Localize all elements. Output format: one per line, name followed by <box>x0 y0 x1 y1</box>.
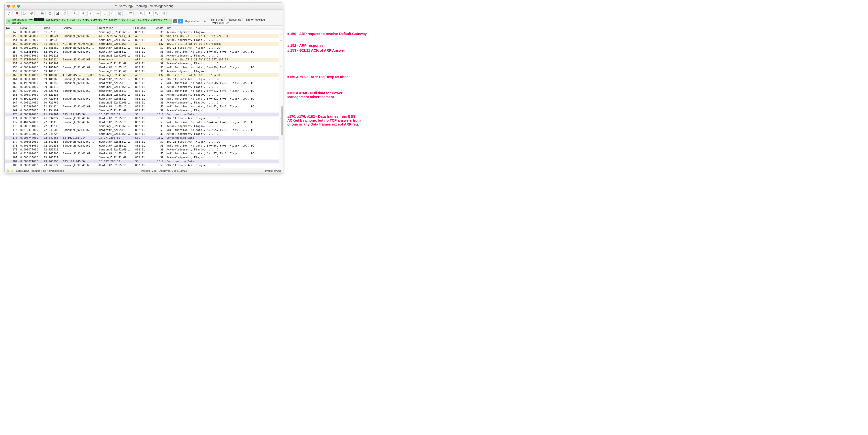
packet-row[interactable]: 1700.00056200071.934761193.192.245.5410.… <box>5 113 283 116</box>
clear-filter-button[interactable]: ✕ <box>173 19 177 23</box>
svg-text:1: 1 <box>156 12 156 14</box>
zoom-out-button[interactable] <box>146 10 152 16</box>
packet-row[interactable]: 1820.00007400073.265595193.192.245.5410.… <box>5 160 283 164</box>
packet-row[interactable]: 1600.00037100069.181889All-HSRP-routers_… <box>5 74 283 77</box>
packet-row[interactable]: 1640.63994200070.321761SamsungE_92:41:69… <box>5 89 283 93</box>
wireshark-window: Samsung2-Roaming-Fail-NoMgt.pcapng <box>4 2 283 173</box>
packet-row[interactable]: 1567.17960600069.180824SamsungE_92:41:69… <box>5 58 283 62</box>
packet-row[interactable]: 1760.00074400072.54946882.197.168.21410.… <box>5 136 283 140</box>
packet-row[interactable]: 1830.00007700073.265672SamsungE_92:41:69… <box>5 164 283 167</box>
save-button[interactable] <box>47 10 53 16</box>
expression-button[interactable]: Expression… <box>185 20 201 23</box>
autoscroll-button[interactable] <box>117 10 123 16</box>
main-toolbar: 1 <box>5 9 283 17</box>
packet-row[interactable]: 1650.00007500070.321836SamsungE_92:41:69… <box>5 93 283 97</box>
status-file: Samsung2-Roaming-Fail-NoMgt.pcapng <box>16 169 64 172</box>
quick-filter-s1noprobereq[interactable]: S1NoProbeReq <box>246 18 265 21</box>
svg-rect-0 <box>16 12 18 14</box>
column-length[interactable]: Length <box>151 26 165 30</box>
scroll-indicator[interactable] <box>279 30 283 168</box>
capture-stop-button[interactable] <box>14 10 20 16</box>
reload-button[interactable] <box>62 10 67 16</box>
packet-row[interactable]: 1580.00054400069.181445SamsungE_92:41:69… <box>5 65 283 69</box>
packet-row[interactable]: 1730.00011400072.336233SamsungE_92:41:69… <box>5 124 283 128</box>
column-delta[interactable]: Delta <box>19 26 42 30</box>
packet-list[interactable]: 1490.00007700061.279016SamsungE_92:41:69… <box>5 30 283 168</box>
annotation: # 153 - 802.11 ACK of ARP Answer <box>287 49 345 52</box>
column-protocol[interactable]: Protocol <box>134 26 151 30</box>
packet-row[interactable]: 1690.00007500071.934199SamsungE_92:41:69… <box>5 109 283 113</box>
quick-filter-samsung1[interactable]: Samsung1 <box>211 18 223 21</box>
packet-row[interactable]: 1490.00007700061.279016SamsungE_92:41:69… <box>5 30 283 34</box>
packet-row[interactable]: 1740.21237600072.548609SamsungE_92:41:69… <box>5 128 283 132</box>
packet-row[interactable]: 1710.00011600071.934877SamsungE_92:41:69… <box>5 116 283 120</box>
packet-row[interactable]: 1750.00011500072.548724SamsungE_92:41:69… <box>5 132 283 136</box>
packet-row[interactable]: 1590.00007300069.181518SamsungE_92:41:69… <box>5 69 283 74</box>
display-filter-input[interactable]: (wlan.addr == ██████ 92:41:69) && !(wlan… <box>6 19 173 24</box>
packet-row[interactable]: 1780.40178800072.951338SamsungE_92:41:69… <box>5 144 283 148</box>
svg-rect-9 <box>129 13 132 13</box>
packet-row[interactable]: 1540.41555300062.001142SamsungE_92:41:69… <box>5 50 283 54</box>
capture-options-button[interactable] <box>29 10 34 16</box>
packet-row[interactable]: 1530.00011600061.585589SamsungE_92:41:69… <box>5 46 283 50</box>
apply-filter-button[interactable] <box>178 19 183 24</box>
prev-packet-button[interactable] <box>80 10 86 16</box>
bookmark-icon <box>7 20 10 23</box>
minimize-icon[interactable] <box>12 5 15 7</box>
status-bar: Samsung2-Roaming-Fail-NoMgt.pcapng Packe… <box>5 168 283 173</box>
goto-packet-button[interactable] <box>95 10 100 16</box>
packet-row[interactable]: 1800.31399100073.265406SamsungE_92:41:69… <box>5 152 283 155</box>
goto-last-button[interactable] <box>109 10 115 16</box>
packet-row[interactable]: 1620.49978200069.681742SamsungE_92:41:69… <box>5 81 283 85</box>
capture-start-button[interactable] <box>7 10 12 16</box>
column-info[interactable]: Info <box>165 26 283 30</box>
display-filter-bar: (wlan.addr == ██████ 92:41:69) && !(wlan… <box>5 17 283 26</box>
packet-row[interactable]: 1770.00008200072.549550SamsungE_92:41:69… <box>5 140 283 144</box>
zoom-in-button[interactable] <box>138 10 145 16</box>
zoom-reset-button[interactable]: 1 <box>153 10 159 16</box>
packet-row[interactable]: 1510.00011200061.584633SamsungE_92:41:69… <box>5 38 283 42</box>
packet-row[interactable]: 1610.00007100069.181960SamsungE_92:41:69… <box>5 77 283 81</box>
quick-filter-samsung2[interactable]: Samsung2 <box>228 18 241 21</box>
open-button[interactable] <box>40 10 45 16</box>
packet-row[interactable]: 1670.00011400070.721762SamsungE_92:41:69… <box>5 101 283 105</box>
expert-info-icon[interactable] <box>7 170 9 172</box>
next-packet-button[interactable] <box>87 10 93 16</box>
maximize-icon[interactable] <box>17 5 20 7</box>
column-source[interactable]: Source <box>61 26 98 30</box>
packet-row[interactable]: 1550.00007600062.001218SamsungE_92:41:69… <box>5 54 283 58</box>
packet-row[interactable]: 1660.39981200070.721648SamsungE_92:41:69… <box>5 97 283 101</box>
packet-row[interactable]: 1681.21236200071.934124SamsungE_92:41:69… <box>5 105 283 109</box>
svg-point-6 <box>74 12 76 14</box>
packet-row[interactable]: 1500.30550500061.584521SamsungE_92:41:69… <box>5 34 283 38</box>
column-time[interactable]: Time <box>42 26 61 30</box>
annotation: #170, #176, #182 - Data frames from BSS,… <box>287 115 361 126</box>
packet-list-header: No. Delta Time Source Destination Protoc… <box>5 26 283 30</box>
capture-restart-button[interactable] <box>21 10 27 16</box>
column-no[interactable]: No. <box>5 26 19 30</box>
packet-row[interactable]: 1570.00007700069.180901SamsungE_92:41:69… <box>5 62 283 65</box>
packet-row[interactable]: 1790.00007700072.951415SamsungE_92:41:69… <box>5 148 283 152</box>
goto-first-button[interactable] <box>102 10 108 16</box>
packet-row[interactable]: 1520.00084000061.585473All-HSRP-routers_… <box>5 42 283 46</box>
annotation: #156 & #160 - ARP req/Resp 6s after <box>287 75 348 79</box>
column-destination[interactable]: Destination <box>98 26 134 30</box>
add-filter-button[interactable]: + <box>202 19 207 23</box>
colorize-button[interactable] <box>128 10 133 16</box>
status-profile[interactable]: Profile: IMAD <box>265 169 281 172</box>
window-title: Samsung2-Roaming-Fail-NoMgt.pcapng <box>119 4 174 8</box>
resize-columns-button[interactable] <box>161 10 166 16</box>
close-file-button[interactable] <box>54 10 60 16</box>
packet-row[interactable]: 1630.00007700069.681819SamsungE_92:41:69… <box>5 85 283 89</box>
svg-rect-4 <box>49 12 51 13</box>
annotation: #162 à #168 - Null data for Power Manage… <box>287 91 343 99</box>
quick-filter-s2noprobereq[interactable]: S2NoProbeReq <box>211 22 229 25</box>
edit-icon[interactable] <box>11 169 14 172</box>
packet-row[interactable]: 1720.40124200072.336119SamsungE_92:41:69… <box>5 120 283 124</box>
close-icon[interactable] <box>7 5 10 7</box>
annotation: # 152 - ARP response <box>287 44 323 48</box>
find-button[interactable] <box>73 10 79 16</box>
packet-row[interactable]: 1810.00011500073.265521SamsungE_92:41:69… <box>5 155 283 160</box>
svg-rect-8 <box>129 12 132 13</box>
titlebar: Samsung2-Roaming-Fail-NoMgt.pcapng <box>5 3 283 9</box>
